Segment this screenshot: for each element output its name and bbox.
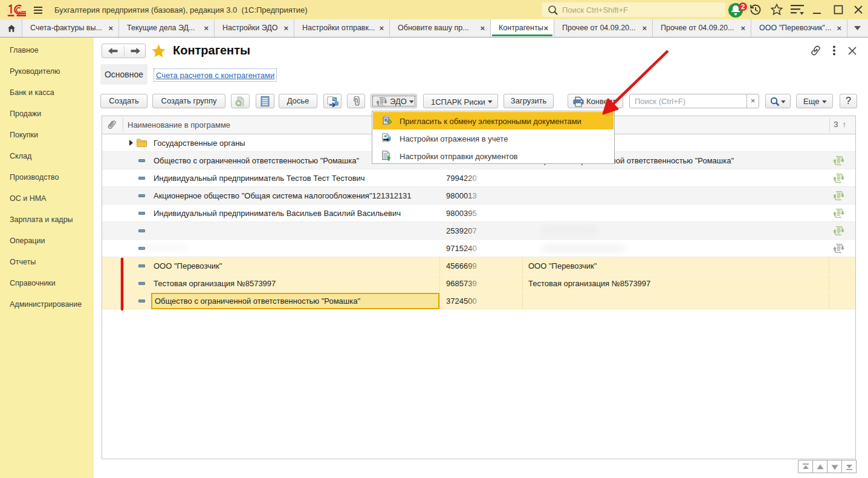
svg-text:2: 2	[741, 3, 745, 10]
